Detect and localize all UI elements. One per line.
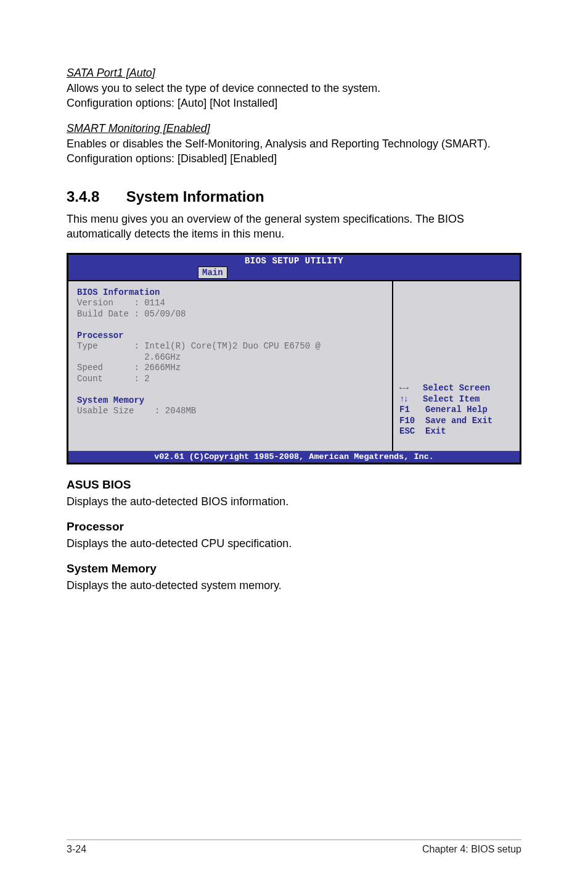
section-intro: This menu gives you an overview of the g…: [67, 212, 521, 242]
arrow-lr-icon: [399, 383, 407, 393]
processor-head: Processor: [67, 520, 521, 534]
bios-build-line: Build Date : 05/09/08: [77, 309, 383, 320]
bios-footer: v02.61 (C)Copyright 1985-2008, American …: [68, 451, 520, 463]
bios-sysmem-label: System Memory: [77, 395, 383, 406]
chapter-label: Chapter 4: BIOS setup: [422, 844, 521, 855]
bios-right-pane: Select Screen Select Item F1 General Hel…: [393, 281, 520, 451]
sata-p2: Configuration options: [Auto] [Not Insta…: [67, 97, 277, 109]
help-f10: F10 Save and Exit: [399, 416, 492, 427]
bios-body: BIOS Information Version : 0114 Build Da…: [68, 280, 520, 451]
page-footer: 3-24 Chapter 4: BIOS setup: [0, 840, 588, 855]
bios-left-pane: BIOS Information Version : 0114 Build Da…: [68, 281, 393, 451]
bios-version-line: Version : 0114: [77, 298, 383, 309]
bios-processor-label: Processor: [77, 331, 383, 342]
processor-body: Displays the auto-detected CPU specifica…: [67, 536, 521, 551]
arrow-ud-icon: [399, 394, 407, 404]
bios-screenshot: BIOS SETUP UTILITY Main BIOS Information…: [67, 253, 521, 464]
smart-heading: SMART Monitoring [Enabled]: [67, 122, 521, 135]
bios-usable-line: Usable Size : 2048MB: [77, 406, 383, 417]
asus-bios-body: Displays the auto-detected BIOS informat…: [67, 494, 521, 509]
page-number: 3-24: [67, 844, 86, 855]
bios-count-line: Count : 2: [77, 374, 383, 385]
asus-bios-head: ASUS BIOS: [67, 478, 521, 492]
section-title: 3.4.8 System Information: [67, 188, 521, 205]
sata-p1: Allows you to select the type of device …: [67, 82, 380, 94]
sata-heading: SATA Port1 [Auto]: [67, 67, 521, 80]
bios-type-line2: 2.66GHz: [77, 352, 383, 363]
bios-tab-row: Main: [68, 266, 520, 280]
bios-header: BIOS SETUP UTILITY: [68, 255, 520, 266]
tab-main[interactable]: Main: [198, 266, 227, 279]
smart-body: Enables or disables the Self-Monitoring,…: [67, 136, 521, 167]
sysmem-body: Displays the auto-detected system memory…: [67, 578, 521, 593]
bios-speed-line: Speed : 2666MHz: [77, 363, 383, 374]
help-select-item: Select Item: [399, 394, 492, 405]
bios-type-line1: Type : Intel(R) Core(TM)2 Duo CPU E6750 …: [77, 341, 383, 352]
bios-info-label: BIOS Information: [77, 287, 383, 299]
help-f1: F1 General Help: [399, 405, 492, 416]
help-esc: ESC Exit: [399, 426, 492, 437]
sata-body: Allows you to select the type of device …: [67, 81, 521, 111]
help-select-screen: Select Screen: [399, 383, 492, 394]
section-number: 3.4.8: [67, 188, 122, 205]
sysmem-head: System Memory: [67, 562, 521, 576]
document-page: SATA Port1 [Auto] Allows you to select t…: [0, 0, 588, 593]
section-name: System Information: [126, 188, 264, 205]
